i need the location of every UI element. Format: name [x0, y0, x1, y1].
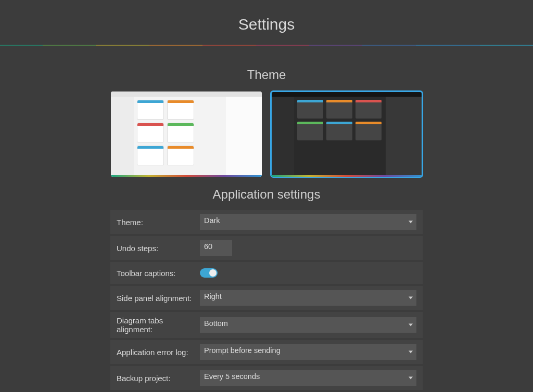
row-undo-steps: Undo steps: 60 [110, 236, 423, 260]
preview-rainbow [111, 175, 262, 177]
preview-table-icon [356, 122, 382, 140]
select-theme[interactable]: Dark [200, 214, 416, 230]
preview-table-icon [326, 122, 352, 140]
preview-body [271, 97, 422, 175]
row-toolbar-captions: Toolbar captions: [110, 262, 423, 284]
app-settings-heading: Application settings [110, 187, 423, 202]
preview-side-panel [225, 97, 262, 175]
preview-table-icon [326, 100, 352, 119]
preview-table-icon [297, 122, 323, 140]
select-side-panel-alignment[interactable]: Right [200, 290, 416, 306]
preview-body [111, 97, 262, 175]
page-title: Settings [0, 0, 533, 45]
label-undo-steps: Undo steps: [117, 244, 200, 253]
row-theme: Theme: Dark [110, 210, 423, 234]
row-backup-project: Backup project: Every 5 seconds [110, 366, 423, 390]
preview-table-icon [167, 146, 194, 165]
preview-canvas [294, 97, 386, 175]
select-backup-project[interactable]: Every 5 seconds [200, 370, 416, 386]
preview-sidebar [271, 97, 294, 175]
preview-table-icon [356, 100, 382, 119]
row-error-log: Application error log: Prompt before sen… [110, 340, 423, 364]
settings-content: Theme [110, 68, 423, 392]
theme-option-dark[interactable] [271, 92, 422, 177]
preview-table-icon [297, 100, 323, 119]
input-undo-steps[interactable]: 60 [200, 240, 232, 256]
label-backup-project: Backup project: [117, 374, 200, 383]
toggle-knob [209, 269, 217, 277]
preview-table-icon [137, 100, 164, 120]
theme-section-heading: Theme [110, 68, 423, 82]
preview-toolbar [271, 92, 422, 97]
preview-table-icon [137, 146, 164, 165]
preview-rainbow [271, 175, 422, 177]
label-theme: Theme: [117, 218, 200, 227]
divider-rainbow [0, 45, 533, 46]
label-toolbar-captions: Toolbar captions: [117, 269, 200, 278]
preview-table-icon [167, 123, 194, 142]
row-side-panel-alignment: Side panel alignment: Right [110, 286, 423, 310]
theme-chooser [110, 92, 423, 177]
row-diagram-tabs-alignment: Diagram tabs alignment: Bottom [110, 312, 423, 338]
label-diagram-tabs-alignment: Diagram tabs alignment: [117, 316, 200, 334]
select-error-log[interactable]: Prompt before sending [200, 344, 416, 360]
select-diagram-tabs-alignment[interactable]: Bottom [200, 317, 416, 333]
preview-table-icon [137, 123, 164, 142]
theme-option-light[interactable] [111, 92, 262, 177]
preview-sidebar [111, 97, 134, 175]
preview-canvas [134, 97, 225, 175]
preview-table-icon [167, 100, 194, 120]
label-error-log: Application error log: [117, 348, 200, 357]
toggle-toolbar-captions[interactable] [200, 268, 218, 278]
preview-side-panel [386, 97, 422, 175]
preview-toolbar [111, 92, 262, 97]
label-side-panel-alignment: Side panel alignment: [117, 294, 200, 303]
